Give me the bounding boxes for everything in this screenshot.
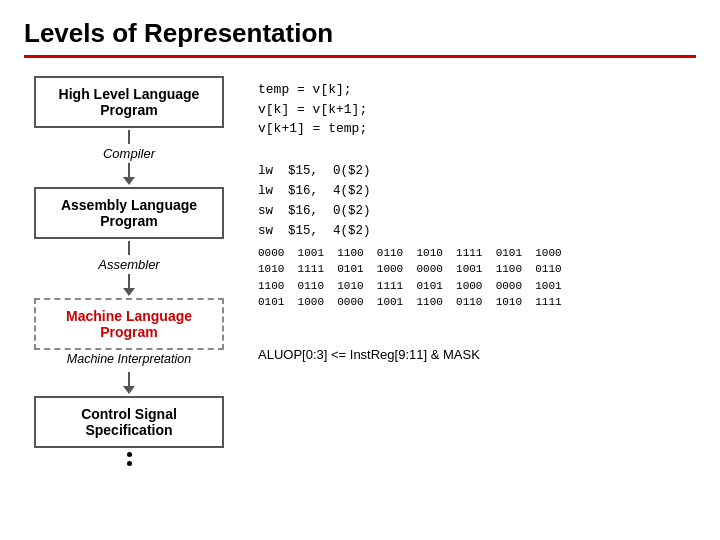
high-level-box: High Level Language Program: [34, 76, 224, 128]
assembler-label: Assembler: [98, 257, 159, 272]
arrow-line2: [128, 163, 130, 177]
high-level-code: temp = v[k]; v[k] = v[k+1]; v[k+1] = tem…: [258, 80, 696, 139]
asm-code: lw $15, 0($2) lw $16, 4($2) sw $16, 0($2…: [258, 161, 696, 241]
arrow-assembler: Assembler: [98, 241, 159, 296]
arrow-compiler: Compiler: [103, 130, 155, 185]
arrow-line5: [128, 372, 130, 386]
arrow-head2: [123, 288, 135, 296]
compiler-label: Compiler: [103, 146, 155, 161]
machine-code-area: 0000 1001 1100 0110 1010 1111 0101 1000 …: [258, 245, 696, 313]
control-signal-code: ALUOP[0:3] <= InstReg[9:11] & MASK: [258, 347, 696, 362]
dot-1: [127, 452, 132, 457]
machine-box: Machine Language Program: [34, 298, 224, 350]
arrow-line4: [128, 274, 130, 288]
arrow-line3: [128, 241, 130, 255]
arrow-head3: [123, 386, 135, 394]
right-column: temp = v[k]; v[k] = v[k+1]; v[k+1] = tem…: [234, 76, 696, 362]
machine-interp-label: Machine Interpretation: [67, 352, 191, 366]
assembly-box: Assembly Language Program: [34, 187, 224, 239]
control-signal-area: ALUOP[0:3] <= InstReg[9:11] & MASK: [258, 347, 696, 362]
machine-code: 0000 1001 1100 0110 1010 1111 0101 1000 …: [258, 245, 696, 311]
arrow-head: [123, 177, 135, 185]
high-level-code-area: temp = v[k]; v[k] = v[k+1]; v[k+1] = tem…: [258, 80, 696, 139]
page-title: Levels of Representation: [24, 18, 696, 49]
red-divider: [24, 55, 696, 58]
control-signal-box: Control Signal Specification: [34, 396, 224, 448]
dot-2: [127, 461, 132, 466]
arrow-line: [128, 130, 130, 144]
main-layout: High Level Language Program Compiler Ass…: [24, 76, 696, 466]
left-column: High Level Language Program Compiler Ass…: [24, 76, 234, 466]
arrow-machine: [123, 372, 135, 394]
asm-code-area: lw $15, 0($2) lw $16, 4($2) sw $16, 0($2…: [258, 161, 696, 241]
dots-area: [127, 452, 132, 466]
page: Levels of Representation High Level Lang…: [0, 0, 720, 540]
